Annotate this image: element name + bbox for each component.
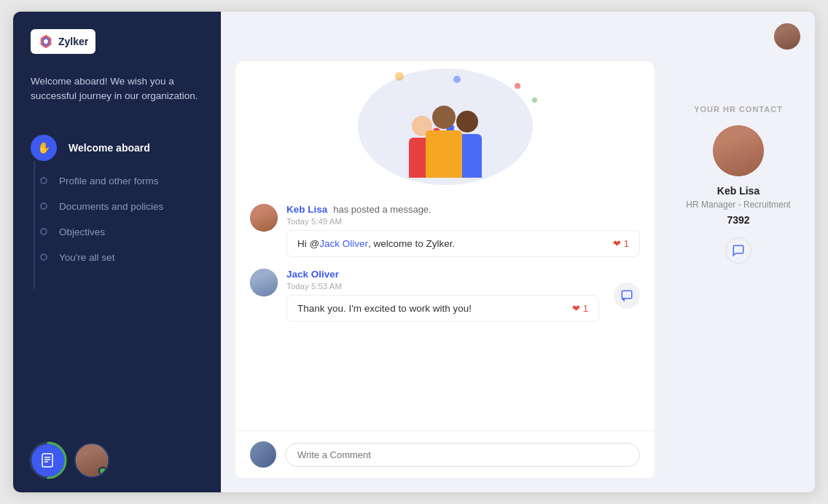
online-status-indicator [98,467,107,476]
person-2 [426,106,462,178]
msg-1-like-count: 1 [624,238,629,249]
welcome-illustration [235,61,655,192]
sidebar: Zylker Welcome aboard! We wish you a suc… [13,12,221,492]
sidebar-bottom [13,428,221,492]
person-2-head [432,106,456,129]
right-panel: YOUR HR CONTACT Keb Lisa HR Manager - Re… [669,61,815,492]
sidebar-item-documents[interactable]: Documents and policies [31,194,221,219]
msg-2-text: Thank you. I'm excited to work with you! [297,303,472,314]
topbar-user-avatar[interactable] [774,23,800,50]
messages-panel: Keb Lisa has posted a message. Today 5:4… [235,192,655,430]
sidebar-logo-area: Zylker [13,29,221,74]
comment-input[interactable] [285,443,640,467]
comment-user-avatar [250,441,276,468]
msg-1-bubble: Hi @Jack Oliver, welcome to Zylker. ❤ 1 [286,230,640,257]
logo-box: Zylker [31,29,95,54]
sidebar-item-done[interactable]: You're all set [31,245,221,270]
reply-button[interactable] [614,283,640,309]
hr-chat-button[interactable] [725,237,751,264]
reply-icon [620,289,633,302]
person-2-body [426,130,462,178]
progress-ring-icon [28,440,69,481]
top-bar [221,12,815,61]
svg-rect-9 [622,291,632,299]
msg-1-time: Today 5:49 AM [286,217,640,226]
confetti-dot-3 [395,72,404,81]
nav-dot-objectives [40,228,47,235]
jack-avatar [250,269,278,296]
nav-items: ✋ Welcome aboard Profile and other forms… [13,127,221,270]
hr-extension: 7392 [727,214,749,226]
msg-2-bubble: Thank you. I'm excited to work with you!… [286,295,599,322]
nav-dot-welcome: ✋ [31,135,57,161]
msg-1-header: Keb Lisa has posted a message. [286,204,640,215]
zylker-logo-icon [38,34,54,50]
nav-dot-profile [40,177,47,184]
content-area: Keb Lisa has posted a message. Today 5:4… [221,61,815,492]
hr-avatar [713,125,764,176]
sidebar-item-profile[interactable]: Profile and other forms [31,168,221,194]
center-panel: Keb Lisa has posted a message. Today 5:4… [221,61,669,492]
nav-dot-documents [40,202,47,210]
confetti-dot-4 [532,98,537,103]
keb-avatar [250,204,278,232]
logo-text: Zylker [58,36,88,47]
msg-1-mention: Jack Oliver [319,238,368,249]
msg-1-text-after: , welcome to Zylker. [368,238,455,249]
hr-chat-icon [732,244,745,257]
heart-icon-2: ❤ [572,303,580,314]
app-container: Zylker Welcome aboard! We wish you a suc… [13,12,815,492]
nav-dot-done [40,253,47,261]
heart-icon-1: ❤ [613,238,621,249]
msg-2-header: Jack Oliver [286,269,599,280]
main-content: Keb Lisa has posted a message. Today 5:4… [221,12,815,492]
msg-1-action: has posted a message. [333,204,431,215]
msg-2-content: Jack Oliver Today 5:53 AM Thank you. I'm… [286,269,599,322]
msg-2-like-count: 1 [583,303,588,314]
msg-2-sender: Jack Oliver [286,269,339,280]
sidebar-bottom-doc-wrap [31,443,66,478]
msg-1-text: Hi @Jack Oliver, welcome to Zylker. [297,238,455,249]
sidebar-tagline: Welcome aboard! We wish you a successful… [13,74,221,127]
msg-1-like[interactable]: ❤ 1 [613,238,629,249]
sidebar-item-label-documents: Documents and policies [59,201,163,212]
sidebar-item-label-objectives: Objectives [59,227,105,237]
sidebar-item-objectives[interactable]: Objectives [31,219,221,245]
sidebar-item-label-done: You're all set [59,252,114,263]
hr-name: Keb Lisa [717,185,759,197]
sidebar-item-welcome[interactable]: ✋ Welcome aboard [31,127,221,168]
hand-icon: ✋ [37,141,51,154]
msg-1-sender: Keb Lisa [286,204,327,215]
msg-1-text-before: Hi @ [297,238,319,249]
sidebar-user-avatar[interactable] [74,443,109,478]
sidebar-item-label-profile: Profile and other forms [59,176,159,186]
hr-contact-label: YOUR HR CONTACT [694,105,783,114]
message-row-2: Jack Oliver Today 5:53 AM Thank you. I'm… [250,269,640,322]
msg-1-content: Keb Lisa has posted a message. Today 5:4… [286,204,640,257]
hr-role: HR Manager - Recruitment [686,200,790,210]
illustration-people [409,76,482,178]
sidebar-item-label-welcome: Welcome aboard [69,142,150,154]
message-row-1: Keb Lisa has posted a message. Today 5:4… [250,204,640,257]
msg-2-time: Today 5:53 AM [286,282,599,291]
confetti-dot-2 [515,83,520,89]
comment-bar [235,430,655,478]
msg-2-like[interactable]: ❤ 1 [572,303,588,314]
